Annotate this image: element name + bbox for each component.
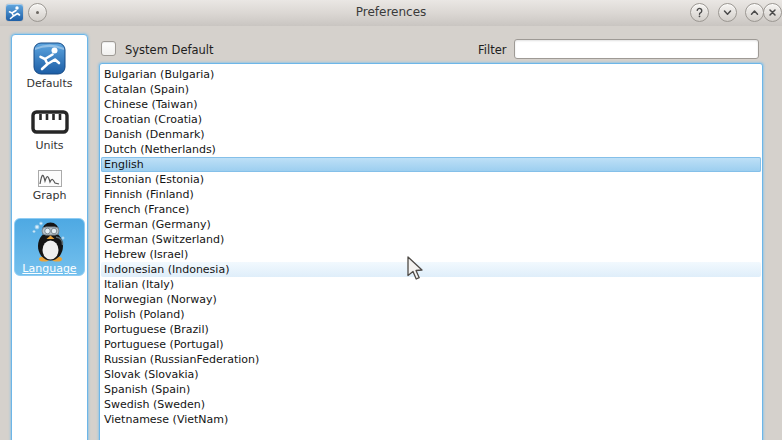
window-title: Preferences xyxy=(0,5,782,19)
dive-profile-graph-icon xyxy=(38,170,62,187)
list-item[interactable]: Chinese (Taiwan) xyxy=(101,97,761,112)
filter-label: Filter xyxy=(478,43,506,57)
filter-input[interactable] xyxy=(514,39,759,59)
preferences-window: Preferences xyxy=(0,0,782,440)
chevron-up-icon xyxy=(749,7,760,18)
diver-icon xyxy=(33,42,66,75)
list-item[interactable]: Russian (RussianFederation) xyxy=(101,352,761,367)
list-item[interactable]: Vietnamese (VietNam) xyxy=(101,412,761,427)
sidebar-item-graph[interactable]: Graph xyxy=(12,170,87,202)
list-item[interactable]: Portuguese (Portugal) xyxy=(101,337,761,352)
system-default-checkbox[interactable] xyxy=(101,41,116,56)
sidebar-item-label: Defaults xyxy=(12,77,87,90)
list-item[interactable]: Danish (Denmark) xyxy=(101,127,761,142)
list-item[interactable]: Dutch (Netherlands) xyxy=(101,142,761,157)
help-button[interactable] xyxy=(690,3,709,22)
sidebar-item-label: Language xyxy=(15,262,84,275)
list-item[interactable]: French (France) xyxy=(101,202,761,217)
close-button[interactable] xyxy=(763,3,782,22)
chevron-down-icon xyxy=(722,7,733,18)
list-item[interactable]: Catalan (Spain) xyxy=(101,82,761,97)
close-icon xyxy=(767,7,778,18)
minimize-button[interactable] xyxy=(718,3,737,22)
list-item[interactable]: Indonesian (Indonesia) xyxy=(101,262,761,277)
sidebar: Defaults Units Graph xyxy=(11,34,88,440)
sidebar-item-label: Graph xyxy=(12,189,87,202)
list-item[interactable]: Bulgarian (Bulgaria) xyxy=(101,67,761,82)
sidebar-item-language[interactable]: Language xyxy=(14,218,85,276)
sidebar-item-label: Units xyxy=(12,139,87,152)
list-item[interactable]: Finnish (Finland) xyxy=(101,187,761,202)
list-item[interactable]: English xyxy=(101,157,761,172)
sidebar-item-defaults[interactable]: Defaults xyxy=(12,42,87,90)
list-item[interactable]: Spanish (Spain) xyxy=(101,382,761,397)
list-item[interactable]: German (Switzerland) xyxy=(101,232,761,247)
list-item[interactable]: Croatian (Croatia) xyxy=(101,112,761,127)
list-item[interactable]: Italian (Italy) xyxy=(101,277,761,292)
titlebar: Preferences xyxy=(0,0,782,26)
list-item[interactable]: Portuguese (Brazil) xyxy=(101,322,761,337)
maximize-button[interactable] xyxy=(745,3,764,22)
list-item[interactable]: Estonian (Estonia) xyxy=(101,172,761,187)
tux-penguin-diver-icon xyxy=(28,220,72,262)
ruler-icon xyxy=(30,107,70,137)
list-item[interactable]: German (Germany) xyxy=(101,217,761,232)
language-list: Bulgarian (Bulgaria)Catalan (Spain)Chine… xyxy=(99,63,763,440)
list-item[interactable]: Polish (Poland) xyxy=(101,307,761,322)
list-item[interactable]: Hebrew (Israel) xyxy=(101,247,761,262)
list-item[interactable]: Norwegian (Norway) xyxy=(101,292,761,307)
question-icon xyxy=(694,7,705,18)
list-item[interactable]: Swedish (Sweden) xyxy=(101,397,761,412)
sidebar-item-units[interactable]: Units xyxy=(12,107,87,152)
system-default-label: System Default xyxy=(125,43,214,57)
list-item[interactable]: Slovak (Slovakia) xyxy=(101,367,761,382)
